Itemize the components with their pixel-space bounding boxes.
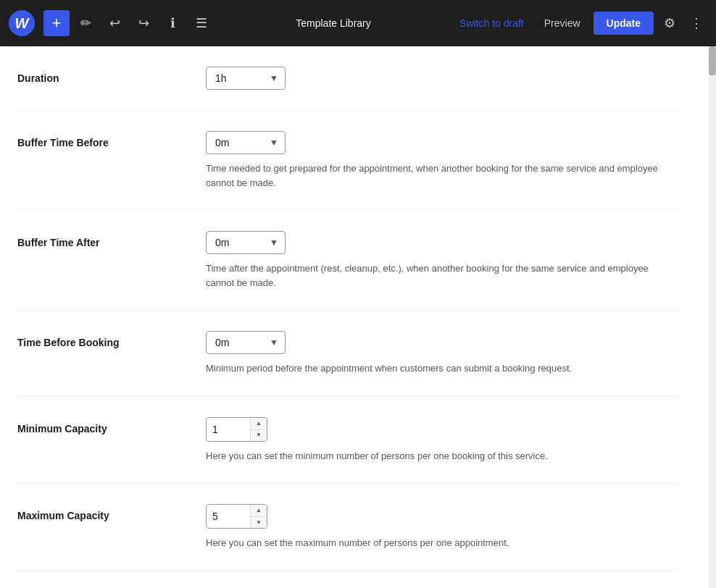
buffer-time-before-select-wrapper: 0m 5m 10m 15m 30m 1h ▼ <box>206 131 286 154</box>
buffer-time-after-select[interactable]: 0m 5m 10m 15m 30m 1h <box>206 231 286 254</box>
buffer-time-after-control: 0m 5m 10m 15m 30m 1h ▼ Time after the ap… <box>206 231 678 290</box>
time-before-booking-select-wrapper: 0m 5m 10m 15m 30m 1h 2h 4h 8h 24h 48h ▼ <box>206 331 286 354</box>
time-before-booking-label: Time Before Booking <box>17 331 206 348</box>
buffer-time-before-select[interactable]: 0m 5m 10m 15m 30m 1h <box>206 131 286 154</box>
buffer-time-after-description: Time after the appointment (rest, cleanu… <box>206 261 670 290</box>
minimum-capacity-increment[interactable]: ▲ <box>251 418 267 429</box>
minimum-capacity-input[interactable] <box>207 419 250 440</box>
scrollbar-thumb[interactable] <box>709 46 716 75</box>
maximum-capacity-decrement[interactable]: ▼ <box>251 516 267 528</box>
time-before-booking-select[interactable]: 0m 5m 10m 15m 30m 1h 2h 4h 8h 24h 48h <box>206 331 286 354</box>
minimum-capacity-input-wrapper: ▲ ▼ <box>206 417 267 442</box>
minimum-capacity-description: Here you can set the minimum number of p… <box>206 449 670 463</box>
buffer-time-after-label: Buffer Time After <box>17 231 206 248</box>
minimum-capacity-decrement[interactable]: ▼ <box>251 429 267 441</box>
list-view-button[interactable]: ☰ <box>188 10 215 36</box>
buffer-time-before-description: Time needed to get prepared for the appo… <box>206 161 670 190</box>
maximum-capacity-description: Here you can set the maximum number of p… <box>206 536 670 550</box>
toolbar: W + ✏ ↩ ↪ ℹ ☰ Template Library Switch to… <box>0 0 716 46</box>
minimum-capacity-row: Minimum Capacity ▲ ▼ Here you can set th… <box>17 397 678 484</box>
settings-icon-button[interactable]: ⚙ <box>659 11 680 35</box>
duration-select[interactable]: 15m 30m 45m 1h 1h 30m 2h <box>206 67 286 90</box>
maximum-capacity-input[interactable] <box>207 505 250 527</box>
undo-button[interactable]: ↩ <box>101 10 128 36</box>
redo-button[interactable]: ↪ <box>130 10 157 36</box>
time-before-booking-description: Minimum period before the appointment wh… <box>206 361 670 376</box>
maximum-capacity-spinners: ▲ ▼ <box>250 505 267 528</box>
main-content: Duration 15m 30m 45m 1h 1h 30m 2h ▼ Buff… <box>0 46 696 588</box>
update-button[interactable]: Update <box>594 12 654 35</box>
maximum-capacity-increment[interactable]: ▲ <box>251 505 267 516</box>
wp-logo: W <box>9 10 35 36</box>
page-title: Template Library <box>217 17 449 29</box>
maximum-capacity-row: Maximum Capacity ▲ ▼ Here you can set th… <box>17 484 678 571</box>
scrollbar-track <box>709 46 716 588</box>
add-button[interactable]: + <box>43 10 70 36</box>
buffer-time-after-select-wrapper: 0m 5m 10m 15m 30m 1h ▼ <box>206 231 286 254</box>
buffer-time-before-row: Buffer Time Before 0m 5m 10m 15m 30m 1h … <box>17 111 678 211</box>
minimum-capacity-control: ▲ ▼ Here you can set the minimum number … <box>206 417 678 463</box>
preview-button[interactable]: Preview <box>537 13 588 33</box>
toolbar-actions: Switch to draft Preview Update ⚙ ⋮ <box>452 11 707 35</box>
buffer-time-before-control: 0m 5m 10m 15m 30m 1h ▼ Time needed to ge… <box>206 131 678 190</box>
edit-button[interactable]: ✏ <box>72 10 99 36</box>
buffer-time-before-label: Buffer Time Before <box>17 131 206 148</box>
maximum-capacity-input-wrapper: ▲ ▼ <box>206 504 267 529</box>
multiply-price-row: Multiply Price Multiply price by the num… <box>17 571 678 589</box>
maximum-capacity-label: Maximum Capacity <box>17 504 206 521</box>
switch-to-draft-button[interactable]: Switch to draft <box>452 13 531 33</box>
time-before-booking-control: 0m 5m 10m 15m 30m 1h 2h 4h 8h 24h 48h ▼ … <box>206 331 678 376</box>
duration-select-wrapper: 15m 30m 45m 1h 1h 30m 2h ▼ <box>206 67 286 90</box>
more-options-button[interactable]: ⋮ <box>686 11 707 35</box>
maximum-capacity-control: ▲ ▼ Here you can set the maximum number … <box>206 504 678 550</box>
info-button[interactable]: ℹ <box>159 10 186 36</box>
minimum-capacity-spinners: ▲ ▼ <box>250 418 267 441</box>
time-before-booking-row: Time Before Booking 0m 5m 10m 15m 30m 1h… <box>17 311 678 397</box>
duration-row: Duration 15m 30m 45m 1h 1h 30m 2h ▼ <box>17 46 678 111</box>
duration-control: 15m 30m 45m 1h 1h 30m 2h ▼ <box>206 67 678 90</box>
duration-label: Duration <box>17 67 206 84</box>
minimum-capacity-label: Minimum Capacity <box>17 417 206 434</box>
buffer-time-after-row: Buffer Time After 0m 5m 10m 15m 30m 1h ▼… <box>17 211 678 311</box>
wp-logo-letter: W <box>15 16 29 30</box>
